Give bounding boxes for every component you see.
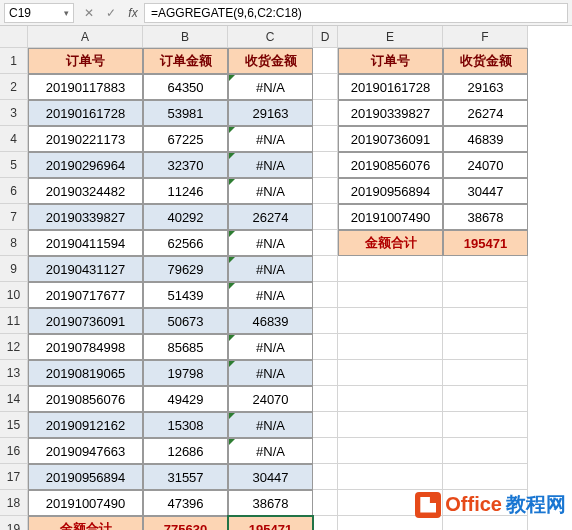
cell-C9[interactable]: #N/A (228, 256, 313, 282)
row-header-14[interactable]: 14 (0, 386, 28, 412)
row-header-10[interactable]: 10 (0, 282, 28, 308)
chevron-down-icon[interactable]: ▾ (64, 8, 69, 18)
cell-B19[interactable]: 775630 (143, 516, 228, 530)
cell-F19[interactable] (443, 516, 528, 530)
cell-B6[interactable]: 11246 (143, 178, 228, 204)
cell-F5[interactable]: 24070 (443, 152, 528, 178)
cell-E19[interactable] (338, 516, 443, 530)
cell-A9[interactable]: 20190431127 (28, 256, 143, 282)
cell-D11[interactable] (313, 308, 338, 334)
cell-E12[interactable] (338, 334, 443, 360)
cell-D3[interactable] (313, 100, 338, 126)
cell-A13[interactable]: 20190819065 (28, 360, 143, 386)
row-header-15[interactable]: 15 (0, 412, 28, 438)
cell-B4[interactable]: 67225 (143, 126, 228, 152)
cell-E2[interactable]: 20190161728 (338, 74, 443, 100)
cell-A4[interactable]: 20190221173 (28, 126, 143, 152)
cell-D16[interactable] (313, 438, 338, 464)
cell-D10[interactable] (313, 282, 338, 308)
cell-E15[interactable] (338, 412, 443, 438)
cell-B16[interactable]: 12686 (143, 438, 228, 464)
cell-A14[interactable]: 20190856076 (28, 386, 143, 412)
name-box[interactable]: C19 ▾ (4, 3, 74, 23)
cell-D6[interactable] (313, 178, 338, 204)
cell-C2[interactable]: #N/A (228, 74, 313, 100)
row-header-11[interactable]: 11 (0, 308, 28, 334)
col-E[interactable]: E (338, 26, 443, 48)
cell-E3[interactable]: 20190339827 (338, 100, 443, 126)
cell-A12[interactable]: 20190784998 (28, 334, 143, 360)
cell-C12[interactable]: #N/A (228, 334, 313, 360)
cell-E14[interactable] (338, 386, 443, 412)
col-D[interactable]: D (313, 26, 338, 48)
row-header-3[interactable]: 3 (0, 100, 28, 126)
row-header-18[interactable]: 18 (0, 490, 28, 516)
cell-C5[interactable]: #N/A (228, 152, 313, 178)
cell-E4[interactable]: 20190736091 (338, 126, 443, 152)
row-header-12[interactable]: 12 (0, 334, 28, 360)
row-header-8[interactable]: 8 (0, 230, 28, 256)
cell-C6[interactable]: #N/A (228, 178, 313, 204)
cell-A2[interactable]: 20190117883 (28, 74, 143, 100)
cell-E11[interactable] (338, 308, 443, 334)
cell-D9[interactable] (313, 256, 338, 282)
cell-A3[interactable]: 20190161728 (28, 100, 143, 126)
cell-A15[interactable]: 20190912162 (28, 412, 143, 438)
cell-C18[interactable]: 38678 (228, 490, 313, 516)
col-F[interactable]: F (443, 26, 528, 48)
col-C[interactable]: C (228, 26, 313, 48)
cell-D2[interactable] (313, 74, 338, 100)
cell-C15[interactable]: #N/A (228, 412, 313, 438)
cell-E17[interactable] (338, 464, 443, 490)
cell-B11[interactable]: 50673 (143, 308, 228, 334)
cell-F11[interactable] (443, 308, 528, 334)
cell-D5[interactable] (313, 152, 338, 178)
cell-B1[interactable]: 订单金额 (143, 48, 228, 74)
cell-F14[interactable] (443, 386, 528, 412)
row-header-19[interactable]: 19 (0, 516, 28, 530)
cell-C19[interactable]: 195471 (228, 516, 313, 530)
cell-C16[interactable]: #N/A (228, 438, 313, 464)
cell-D19[interactable] (313, 516, 338, 530)
cell-F10[interactable] (443, 282, 528, 308)
cancel-icon[interactable]: ✕ (78, 6, 100, 20)
cell-C3[interactable]: 29163 (228, 100, 313, 126)
cell-F2[interactable]: 29163 (443, 74, 528, 100)
cell-F9[interactable] (443, 256, 528, 282)
cell-E5[interactable]: 20190856076 (338, 152, 443, 178)
cell-D17[interactable] (313, 464, 338, 490)
cell-B17[interactable]: 31557 (143, 464, 228, 490)
cell-C14[interactable]: 24070 (228, 386, 313, 412)
cell-B3[interactable]: 53981 (143, 100, 228, 126)
cell-B18[interactable]: 47396 (143, 490, 228, 516)
cell-A6[interactable]: 20190324482 (28, 178, 143, 204)
fx-icon[interactable]: fx (122, 6, 144, 20)
cell-B9[interactable]: 79629 (143, 256, 228, 282)
cell-D7[interactable] (313, 204, 338, 230)
cell-E13[interactable] (338, 360, 443, 386)
cell-D18[interactable] (313, 490, 338, 516)
cell-B8[interactable]: 62566 (143, 230, 228, 256)
cell-C13[interactable]: #N/A (228, 360, 313, 386)
cell-F6[interactable]: 30447 (443, 178, 528, 204)
row-header-7[interactable]: 7 (0, 204, 28, 230)
cell-E9[interactable] (338, 256, 443, 282)
cell-B7[interactable]: 40292 (143, 204, 228, 230)
cell-F13[interactable] (443, 360, 528, 386)
row-header-13[interactable]: 13 (0, 360, 28, 386)
cell-D4[interactable] (313, 126, 338, 152)
col-B[interactable]: B (143, 26, 228, 48)
row-header-6[interactable]: 6 (0, 178, 28, 204)
cell-C10[interactable]: #N/A (228, 282, 313, 308)
cell-E1[interactable]: 订单号 (338, 48, 443, 74)
cell-A19[interactable]: 金额合计 (28, 516, 143, 530)
cell-E7[interactable]: 20191007490 (338, 204, 443, 230)
cell-B10[interactable]: 51439 (143, 282, 228, 308)
row-header-16[interactable]: 16 (0, 438, 28, 464)
row-header-1[interactable]: 1 (0, 48, 28, 74)
row-header-4[interactable]: 4 (0, 126, 28, 152)
cell-F15[interactable] (443, 412, 528, 438)
cell-C8[interactable]: #N/A (228, 230, 313, 256)
cell-E16[interactable] (338, 438, 443, 464)
cell-E10[interactable] (338, 282, 443, 308)
